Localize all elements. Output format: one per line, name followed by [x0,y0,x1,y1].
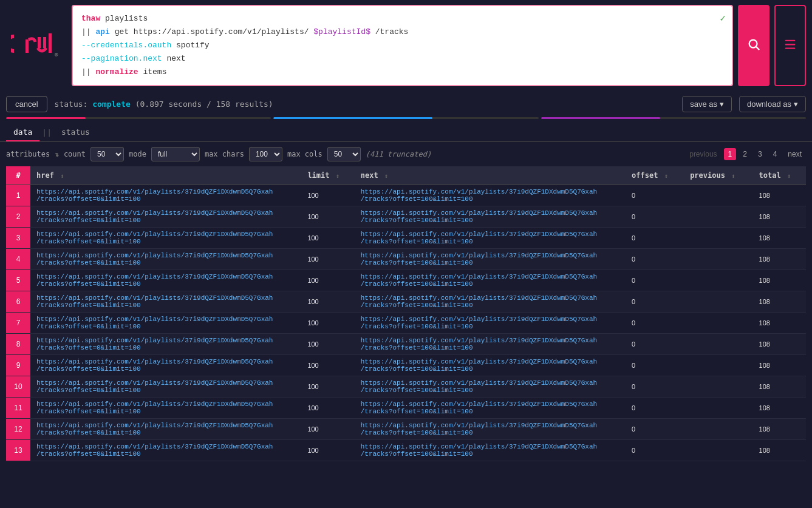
row-previous [684,270,752,291]
status-complete-badge: complete [92,100,131,109]
tab-status[interactable]: status [54,124,97,141]
row-href: https://api.spotify.com/v1/playlists/37i… [30,398,301,419]
progress-fill-3 [541,117,660,119]
progress-fill-2 [273,117,432,119]
row-number: 11 [6,398,30,419]
table-row: 5https://api.spotify.com/v1/playlists/37… [6,270,806,291]
row-href: https://api.spotify.com/v1/playlists/37i… [30,249,301,270]
row-limit: 100 [301,228,354,249]
col-header-previous[interactable]: previous ↕ [684,166,752,185]
controls-row: attributes ⇅ count 50 10 25 100 all mode… [0,142,812,166]
row-href: https://api.spotify.com/v1/playlists/37i… [30,270,301,291]
tabs-bar: data || status [0,121,812,142]
page-3-button[interactable]: 3 [754,148,766,160]
row-next: https://api.spotify.com/v1/playlists/37i… [355,228,626,249]
row-offset: 0 [626,419,684,440]
svg-rect-7 [785,39,796,41]
row-next: https://api.spotify.com/v1/playlists/37i… [355,249,626,270]
table-row: 7https://api.spotify.com/v1/playlists/37… [6,313,806,334]
row-offset: 0 [626,270,684,291]
status-label: status: complete (0.897 seconds / 158 re… [55,100,273,109]
cmd-line2-tracks: /tracks [375,27,409,36]
max-cols-label: max cols [287,150,322,158]
cancel-button[interactable]: cancel [6,96,47,112]
table-row: 9https://api.spotify.com/v1/playlists/37… [6,355,806,376]
row-offset: 0 [626,313,684,334]
menu-icon [783,38,797,54]
svg-rect-1 [38,37,41,48]
status-detail: (0.897 seconds / 158 results) [135,100,273,109]
cmd-variable: $playlistId$ [313,27,370,36]
row-offset: 0 [626,206,684,228]
row-next: https://api.spotify.com/v1/playlists/37i… [355,419,626,440]
download-as-button[interactable]: download as ▾ [739,96,806,112]
row-href: https://api.spotify.com/v1/playlists/37i… [30,440,301,461]
svg-rect-9 [785,47,796,49]
row-number: 5 [6,270,30,291]
col-header-total[interactable]: total ↕ [753,166,806,185]
next-page-button[interactable]: next [783,148,806,160]
command-editor[interactable]: ✓ thaw playlists || api get https://api.… [72,5,733,86]
cmd-api-keyword: api [95,27,109,36]
row-number: 7 [6,313,30,334]
row-previous [684,419,752,440]
row-number: 8 [6,334,30,355]
row-limit: 100 [301,440,354,461]
max-chars-select[interactable]: 100 50 200 500 [249,147,282,161]
row-number: 3 [6,228,30,249]
col-header-offset[interactable]: offset ↕ [626,166,684,185]
count-label: count [64,150,86,158]
row-href: https://api.spotify.com/v1/playlists/37i… [30,376,301,398]
row-total: 108 [753,206,806,228]
save-as-button[interactable]: save as ▾ [682,96,732,112]
search-button[interactable] [738,5,769,86]
col-header-next[interactable]: next ↕ [355,166,626,185]
table-row: 12https://api.spotify.com/v1/playlists/3… [6,419,806,440]
row-total: 108 [753,440,806,461]
action-bar: cancel status: complete (0.897 seconds /… [0,91,812,117]
row-limit: 100 [301,270,354,291]
row-total: 108 [753,249,806,270]
row-previous [684,313,752,334]
row-offset: 0 [626,228,684,249]
svg-line-6 [756,47,759,50]
tab-data[interactable]: data [6,124,39,141]
count-select[interactable]: 50 10 25 100 all [90,147,124,161]
cmd-line-5: || normalize items [81,66,723,79]
col-header-limit[interactable]: limit ↕ [301,166,354,185]
table-row: 8https://api.spotify.com/v1/playlists/37… [6,334,806,355]
row-href: https://api.spotify.com/v1/playlists/37i… [30,313,301,334]
progress-bar-3 [541,117,806,119]
row-href: https://api.spotify.com/v1/playlists/37i… [30,185,301,206]
page-1-button[interactable]: 1 [724,148,737,160]
truncated-label: (411 truncated) [366,150,431,158]
cmd-line1-rest: playlists [105,14,148,23]
next-sort-icon: ↕ [384,172,388,179]
row-previous [684,206,752,228]
table-row: 4https://api.spotify.com/v1/playlists/37… [6,249,806,270]
svg-rect-2 [43,37,46,48]
tab-separator: || [39,128,54,137]
menu-button[interactable] [774,5,806,86]
row-next: https://api.spotify.com/v1/playlists/37i… [355,313,626,334]
row-next: https://api.spotify.com/v1/playlists/37i… [355,291,626,313]
col-header-href[interactable]: href ↕ [30,166,301,185]
attributes-label: attributes [6,150,50,158]
previous-page-button[interactable]: previous [685,148,721,160]
max-cols-select[interactable]: 50 10 25 100 [327,147,361,161]
page-2-button[interactable]: 2 [739,148,751,160]
cmd-line-2: || api get https://api.spotify.com/v1/pl… [81,25,723,39]
row-limit: 100 [301,206,354,228]
row-number: 10 [6,376,30,398]
row-offset: 0 [626,398,684,419]
mode-select[interactable]: full compact raw [151,147,200,161]
progress-area [0,117,812,119]
row-href: https://api.spotify.com/v1/playlists/37i… [30,291,301,313]
attributes-sort-icon[interactable]: ⇅ [55,151,59,158]
page-4-button[interactable]: 4 [769,148,782,160]
row-next: https://api.spotify.com/v1/playlists/37i… [355,355,626,376]
row-next: https://api.spotify.com/v1/playlists/37i… [355,270,626,291]
mode-label: mode [129,150,146,158]
col-header-hash[interactable]: # [6,166,30,185]
row-next: https://api.spotify.com/v1/playlists/37i… [355,206,626,228]
